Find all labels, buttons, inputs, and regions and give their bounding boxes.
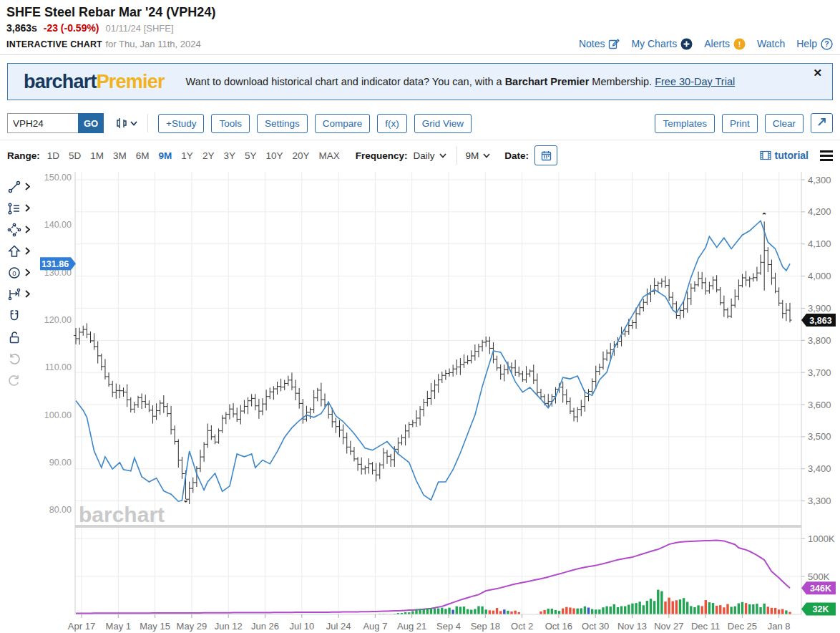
range-10y[interactable]: 10Y — [265, 150, 283, 161]
date-picker-button[interactable] — [534, 145, 557, 165]
range-6m[interactable]: 6M — [136, 150, 150, 161]
magnet-icon — [7, 309, 21, 323]
magnet-tool[interactable] — [4, 307, 36, 324]
tutorial-film-icon — [760, 150, 771, 160]
pane-divider[interactable] — [75, 525, 801, 528]
svg-text:Sep 18: Sep 18 — [471, 621, 500, 632]
tutorial-link[interactable]: tutorial — [760, 150, 809, 161]
chevron-down-icon — [483, 153, 490, 158]
go-button[interactable]: GO — [78, 113, 104, 133]
ellipse-tool[interactable]: 0 — [4, 264, 36, 281]
annotation-tool[interactable] — [4, 200, 36, 216]
chart-area: barchart150.00140.00130.00120.00110.0010… — [0, 170, 840, 633]
trendline-tool[interactable] — [4, 178, 36, 195]
svg-text:3,500: 3,500 — [808, 431, 831, 442]
svg-text:120.00: 120.00 — [44, 315, 72, 325]
svg-text:Jul 24: Jul 24 — [326, 621, 351, 632]
expand-chart-button[interactable] — [811, 113, 833, 133]
range-2y[interactable]: 2Y — [202, 150, 215, 161]
price-change: -23 (-0.59%) — [44, 22, 99, 34]
frequency-label: Frequency: — [356, 150, 408, 161]
range-5d[interactable]: 5D — [69, 150, 81, 161]
svg-text:3,800: 3,800 — [808, 335, 831, 346]
arrow-tool[interactable] — [4, 243, 36, 259]
expand-arrow-icon — [817, 117, 826, 127]
add-study-button[interactable]: +Study — [158, 114, 204, 133]
svg-text:Oct 16: Oct 16 — [545, 621, 572, 632]
range-3m[interactable]: 3M — [113, 150, 127, 161]
svg-text:!: ! — [738, 39, 741, 48]
range-1m[interactable]: 1M — [90, 150, 104, 161]
trendline-icon — [7, 180, 21, 194]
templates-button[interactable]: Templates — [655, 114, 715, 133]
svg-text:Dec 11: Dec 11 — [691, 621, 720, 632]
svg-text:May 29: May 29 — [177, 621, 207, 632]
chevron-right-icon — [25, 183, 30, 190]
frequency-dropdown[interactable]: Daily — [414, 150, 446, 161]
measure-tool[interactable] — [4, 286, 36, 302]
range-1d[interactable]: 1D — [47, 150, 59, 161]
quote-line: 3,863s -23 (-0.59%) 01/11/24 [SHFE] — [6, 21, 833, 35]
chevron-right-icon — [25, 204, 30, 212]
svg-text:110.00: 110.00 — [45, 362, 72, 372]
svg-text:346K: 346K — [810, 584, 831, 594]
free-trial-link[interactable]: Free 30-Day Trial — [655, 76, 735, 87]
volume-bars — [371, 590, 791, 614]
svg-text:4,000: 4,000 — [808, 271, 831, 281]
premier-banner: barchartPremier Want to download histori… — [7, 63, 833, 100]
price-chart[interactable]: barchart150.00140.00130.00120.00110.0010… — [0, 170, 840, 633]
chevron-down-icon — [439, 153, 446, 158]
chevron-right-icon — [25, 226, 30, 233]
banner-message: Want to download historical chart and in… — [186, 76, 736, 87]
my-charts-link[interactable]: My Charts — [631, 38, 693, 50]
ellipse-icon: 0 — [7, 266, 21, 280]
candlestick-type-icon — [115, 117, 128, 130]
chart-toolbar: GO +Study Tools Settings Compare f(x) Gr… — [0, 107, 840, 140]
range-5y[interactable]: 5Y — [245, 150, 257, 161]
range-max[interactable]: MAX — [318, 150, 339, 161]
svg-text:1000K: 1000K — [808, 533, 835, 544]
watch-link[interactable]: Watch — [757, 38, 785, 49]
shapes-tool[interactable] — [4, 221, 36, 238]
range-1y[interactable]: 1Y — [181, 150, 193, 161]
symbol-input[interactable] — [7, 113, 78, 133]
fx-button[interactable]: f(x) — [377, 114, 407, 133]
period-dropdown[interactable]: 9M — [466, 150, 491, 161]
compare-button[interactable]: Compare — [315, 114, 371, 133]
menu-icon[interactable] — [820, 150, 833, 161]
arrow-icon — [7, 244, 21, 258]
svg-text:ˆ: ˆ — [763, 212, 766, 221]
svg-text:Aug 7: Aug 7 — [363, 621, 387, 632]
svg-text:90.00: 90.00 — [49, 458, 72, 468]
range-bar: Range: 1D 5D 1M 3M 6M 9M 1Y 2Y 3Y 5Y 10Y… — [0, 140, 840, 170]
page-title: SHFE Steel Rebar Mar '24 (VPH24) — [6, 4, 833, 21]
ohlc-bars: ˇˆ — [74, 212, 791, 508]
comparison-line — [76, 221, 790, 501]
drawing-tools-sidebar: 0 — [4, 178, 36, 388]
svg-text:?: ? — [824, 39, 829, 48]
range-3y[interactable]: 3Y — [223, 150, 235, 161]
print-button[interactable]: Print — [722, 114, 758, 133]
svg-text:0: 0 — [12, 269, 16, 276]
watermark: barchart — [79, 503, 165, 526]
range-label: Range: — [7, 150, 40, 161]
tools-button[interactable]: Tools — [211, 114, 250, 133]
chart-type-dropdown[interactable] — [115, 117, 137, 130]
chevron-right-icon — [25, 269, 30, 276]
range-9m-selected[interactable]: 9M — [159, 150, 172, 161]
svg-text:Jul 10: Jul 10 — [289, 621, 314, 632]
close-icon[interactable]: ✕ — [813, 67, 822, 78]
notes-link[interactable]: Notes — [579, 38, 620, 49]
settings-button[interactable]: Settings — [257, 114, 308, 133]
lock-tool[interactable] — [4, 329, 36, 345]
redo-tool[interactable] — [4, 372, 36, 388]
quote-meta: 01/11/24 [SHFE] — [105, 23, 173, 34]
alerts-link[interactable]: Alerts ! — [704, 38, 746, 50]
svg-text:4,300: 4,300 — [808, 175, 831, 185]
grid-view-button[interactable]: Grid View — [414, 114, 472, 133]
range-20y[interactable]: 20Y — [292, 150, 309, 161]
svg-text:3,300: 3,300 — [808, 496, 831, 506]
clear-button[interactable]: Clear — [765, 114, 804, 133]
help-link[interactable]: Help ? — [796, 38, 833, 50]
undo-tool[interactable] — [4, 350, 36, 367]
